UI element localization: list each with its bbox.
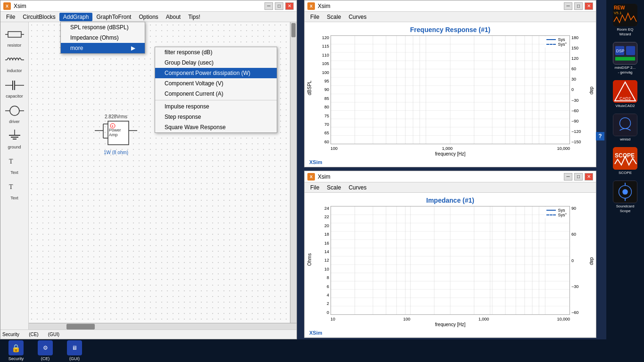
sidebar-item-resistor[interactable]: resistor [2,25,27,49]
resistor-symbol [5,26,24,43]
rt-maximize[interactable]: □ [574,2,583,10]
legend-sys-dashed: Sys° [546,42,567,47]
rb-minimize[interactable]: ─ [564,173,572,181]
menu-tips[interactable]: Tips! [184,13,204,21]
frequency-chart-svg [331,36,570,144]
horizontal-scrollbar[interactable] [29,323,290,329]
rb-menu-file[interactable]: File [306,183,323,192]
legend-sys-dashed-bot: Sys° [546,213,567,217]
submenu-group-delay[interactable]: Group Delay (usec) [155,58,277,68]
svg-text:CAD2: CAD2 [619,96,631,101]
sidebar-item-driver[interactable]: driver [2,101,27,125]
menu-file[interactable]: File [2,13,19,21]
scroll-corner [290,323,297,329]
submenu-component-current[interactable]: Component Current (A) [155,89,277,99]
scope-icon: SCOPE [613,147,637,170]
minimize-button[interactable]: ─ [264,2,273,10]
inductor-symbol [5,51,24,68]
y-axis-right-label-top: dap [589,86,594,94]
app-scope[interactable]: SCOPE SCOPE [609,145,642,177]
submenu-component-voltage[interactable]: Component Voltage (V) [155,78,277,89]
legend-sys-solid: Sys [546,37,567,42]
rb-menu-curves[interactable]: Curves [345,183,370,192]
sidebar-item-inductor[interactable]: inductor [2,50,27,74]
text2-label: Text [10,196,18,200]
capacitor-symbol [5,77,24,94]
menu-options[interactable]: Options [135,13,162,21]
rt-close[interactable]: ✕ [585,2,593,10]
left-window-title: Xsim [14,3,264,9]
menu-addgraph[interactable]: AddGraph [59,13,93,21]
vertical-scrollbar[interactable] [290,22,297,323]
hscroll-thumb[interactable] [66,324,95,329]
y-axis-dbspl-label: dBSPL [307,86,312,95]
status-gui: (GUI) [48,332,59,337]
sidebar-item-text2[interactable]: T Text [2,178,27,201]
close-button[interactable]: ✕ [285,2,294,10]
legend-sys-solid-bot: Sys [546,208,567,213]
submenu-impulse-response[interactable]: Impulse response [155,101,277,112]
taskbar-security[interactable]: 🔒 Security [2,339,30,362]
x-axis-labels-bot: 10 100 1,000 10,000 [330,317,570,321]
taskbar-ce[interactable]: ⚙ (CE) [31,339,59,362]
app-soundcard-scope[interactable]: SoundcardScope [609,179,642,215]
submenu-filter-response[interactable]: filter response (dB) [155,47,277,58]
sidebar-item-text1[interactable]: T Text [2,152,27,176]
rt-menu-curves[interactable]: Curves [345,13,370,21]
submenu-square-wave[interactable]: Square Wave Response [155,122,277,132]
soundcard-scope-label: SoundcardScope [616,204,635,213]
help-button[interactable]: ? [596,132,604,140]
right-bot-titlebar: X Xsim ─ □ ✕ [305,171,596,182]
frequency-chart-grid [330,35,570,144]
x-axis-label-top: frequency [Hz] [330,151,570,156]
submenu-separator [155,100,277,100]
app-rew[interactable]: REW V5.1 Room EQWizard [609,2,642,38]
voltage-label: 2.828Vrms [95,114,137,119]
right-bot-title: Xsim [318,173,564,180]
right-top-title: Xsim [318,3,564,9]
app-vituixcad[interactable]: CAD2 VituixCAD2 [609,78,642,110]
vituixcad-icon: CAD2 [613,80,637,103]
status-security: Security [2,332,19,337]
rb-legend: Sys Sys° [545,207,569,218]
menu-graphtofront[interactable]: GraphToFront [92,13,135,21]
svg-text:REW: REW [614,5,625,10]
svg-rect-100 [615,57,635,61]
x-axis-label-bot: frequency [Hz] [330,322,570,327]
driver-symbol [5,102,24,119]
frequency-chart-title: Frequency Response (#1) [330,26,570,33]
menu-circuitblocks[interactable]: CircuitBlocks [19,13,59,21]
sidebar-item-ground[interactable]: ground [2,127,27,150]
rt-menubar: File Scale Curves [305,12,596,22]
impedance-chart-grid [330,206,570,315]
dropdown-impedance[interactable]: Impedance (Ohms) [61,33,145,43]
svg-point-111 [622,189,628,195]
menu-about[interactable]: About [162,13,184,21]
window-controls: ─ □ ✕ [264,2,294,10]
xsim-icon-top: X [307,2,315,10]
dropdown-spl[interactable]: SPL response (dBSPL) [61,22,145,33]
rb-menu-scale[interactable]: Scale [323,183,345,192]
app-minidsp[interactable]: DSP miniDSP 2...- genvág [609,40,642,76]
soundcard-scope-icon [613,181,637,203]
submenu-step-response[interactable]: Step response [155,112,277,122]
rt-menu-scale[interactable]: Scale [323,13,345,21]
capacitor-label: capacitor [6,94,23,99]
rb-maximize[interactable]: □ [574,173,583,181]
app-winisd[interactable]: winisd [609,112,642,143]
right-app-bar: REW V5.1 Room EQWizard DSP miniDSP 2...-… [606,0,644,339]
rb-close[interactable]: ✕ [585,173,593,181]
amp-spec-label: 1W (8 ohm) [95,150,137,155]
vscroll-thumb[interactable] [291,23,296,37]
rt-menu-file[interactable]: File [306,13,323,21]
status-bar: Security (CE) (GUI) [0,329,297,339]
maximize-button[interactable]: □ [275,2,283,10]
svg-rect-1 [8,32,21,37]
svg-text:T: T [9,183,13,190]
sidebar-item-capacitor[interactable]: capacitor [2,76,27,99]
dropdown-more[interactable]: more ▶ [61,43,145,53]
ground-symbol [5,128,24,145]
taskbar-gui[interactable]: 🖥 (GUI) [60,339,89,362]
submenu-power-dissipation[interactable]: Component Power dissipation (W) [155,68,277,78]
rt-minimize[interactable]: ─ [564,2,572,10]
